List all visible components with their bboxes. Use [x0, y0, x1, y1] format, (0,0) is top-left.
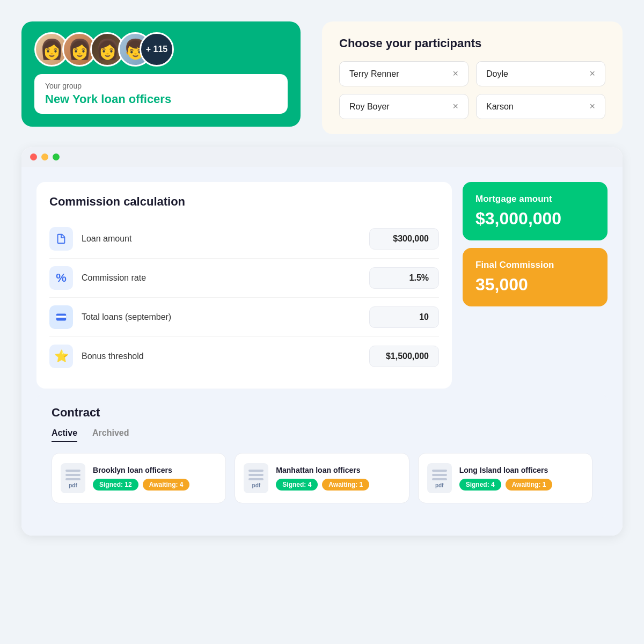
contract-card-brooklyn: pdf Brooklyn loan officers Signed: 12 Aw… [52, 453, 226, 503]
tab-active[interactable]: Active [52, 428, 77, 442]
calc-row-loans: Total loans (september) 10 [49, 298, 439, 337]
chip-close-terry[interactable]: × [452, 68, 458, 79]
badge-signed-brooklyn: Signed: 12 [93, 479, 138, 491]
star-icon: ⭐ [49, 345, 73, 368]
mortgage-card: Mortgage amount $3,000,000 [463, 182, 608, 240]
participant-name-karson: Karson [486, 102, 514, 112]
calc-row-bonus: ⭐ Bonus threshold $1,500,000 [49, 337, 439, 376]
group-label: Your group New York loan officers [34, 74, 288, 114]
loans-label: Total loans (september) [82, 312, 361, 322]
loans-value[interactable]: 10 [369, 306, 439, 328]
final-commission-label: Final Commission [475, 260, 595, 270]
badge-signed-longisland: Signed: 4 [459, 479, 501, 491]
dot-red [30, 153, 37, 160]
final-commission-value: 35,000 [475, 275, 595, 295]
group-label-text: Your group [45, 82, 277, 90]
group-name: New York loan officers [45, 92, 277, 106]
contract-info-manhattan: Manhattan loan officers Signed: 4 Awaiti… [276, 466, 400, 491]
dot-yellow [41, 153, 48, 160]
contract-section: Contract Active Archived pdf Brooklyn lo… [36, 393, 608, 518]
participants-title: Choose your participants [339, 36, 605, 50]
contract-name-longisland: Long Island loan officers [459, 466, 583, 474]
dot-green [53, 153, 60, 160]
chip-close-doyle[interactable]: × [589, 68, 595, 79]
card-icon [49, 305, 73, 329]
badge-awaiting-brooklyn: Awaiting: 4 [143, 479, 190, 491]
participant-chip-karson: Karson × [476, 94, 605, 119]
commission-section: Commission calculation Loan amount $300,… [36, 182, 608, 389]
window-titlebar [21, 147, 623, 167]
commission-title: Commission calculation [49, 195, 439, 209]
participant-chip-roy: Roy Boyer × [339, 94, 469, 119]
pdf-icon-manhattan: pdf [244, 463, 268, 493]
rate-value[interactable]: 1.5% [369, 267, 439, 289]
contract-cards: pdf Brooklyn loan officers Signed: 12 Aw… [52, 453, 592, 503]
commission-left: Commission calculation Loan amount $300,… [36, 182, 452, 389]
contract-card-manhattan: pdf Manhattan loan officers Signed: 4 Aw… [235, 453, 409, 503]
contract-info-brooklyn: Brooklyn loan officers Signed: 12 Awaiti… [93, 466, 217, 491]
commission-right: Mortgage amount $3,000,000 Final Commiss… [463, 182, 608, 306]
participants-card: Choose your participants Terry Renner × … [322, 21, 623, 134]
badge-awaiting-longisland: Awaiting: 1 [506, 479, 553, 491]
loan-value[interactable]: $300,000 [369, 228, 439, 250]
contract-tabs: Active Archived [52, 428, 592, 442]
loan-label: Loan amount [82, 234, 361, 244]
mortgage-label: Mortgage amount [475, 194, 595, 204]
main-window: Commission calculation Loan amount $300,… [21, 147, 623, 536]
mortgage-value: $3,000,000 [475, 209, 595, 229]
participant-chip-doyle: Doyle × [476, 61, 605, 86]
participant-name-doyle: Doyle [486, 69, 508, 79]
top-section: 👩 👩 👩 👦 + 115 Your group New York loan o… [21, 21, 623, 134]
participants-grid: Terry Renner × Doyle × Roy Boyer × Karso… [339, 61, 605, 119]
percent-icon: % [49, 266, 73, 290]
contract-badges-longisland: Signed: 4 Awaiting: 1 [459, 479, 583, 491]
contract-title: Contract [52, 406, 592, 420]
contract-name-brooklyn: Brooklyn loan officers [93, 466, 217, 474]
svg-rect-1 [56, 316, 66, 318]
calc-row-loan: Loan amount $300,000 [49, 219, 439, 259]
chip-close-roy[interactable]: × [452, 101, 458, 112]
final-commission-card: Final Commission 35,000 [463, 248, 608, 306]
participant-chip-terry: Terry Renner × [339, 61, 469, 86]
participant-name-roy: Roy Boyer [349, 102, 390, 112]
rate-label: Commission rate [82, 273, 361, 283]
chip-close-karson[interactable]: × [589, 101, 595, 112]
group-card: 👩 👩 👩 👦 + 115 Your group New York loan o… [21, 21, 301, 127]
contract-badges-manhattan: Signed: 4 Awaiting: 1 [276, 479, 400, 491]
pdf-icon-longisland: pdf [427, 463, 452, 493]
contract-badges-brooklyn: Signed: 12 Awaiting: 4 [93, 479, 217, 491]
contract-name-manhattan: Manhattan loan officers [276, 466, 400, 474]
pdf-icon-brooklyn: pdf [61, 463, 85, 493]
bonus-value[interactable]: $1,500,000 [369, 346, 439, 367]
contract-card-longisland: pdf Long Island loan officers Signed: 4 … [418, 453, 592, 503]
tab-archived[interactable]: Archived [92, 428, 129, 442]
contract-info-longisland: Long Island loan officers Signed: 4 Awai… [459, 466, 583, 491]
badge-signed-manhattan: Signed: 4 [276, 479, 318, 491]
bonus-label: Bonus threshold [82, 352, 361, 361]
avatar-count: + 115 [140, 32, 174, 67]
loan-icon [49, 227, 73, 251]
participant-name-terry: Terry Renner [349, 69, 399, 79]
calc-row-rate: % Commission rate 1.5% [49, 259, 439, 298]
badge-awaiting-manhattan: Awaiting: 1 [322, 479, 369, 491]
window-body: Commission calculation Loan amount $300,… [21, 167, 623, 536]
avatars-row: 👩 👩 👩 👦 + 115 [34, 32, 288, 67]
